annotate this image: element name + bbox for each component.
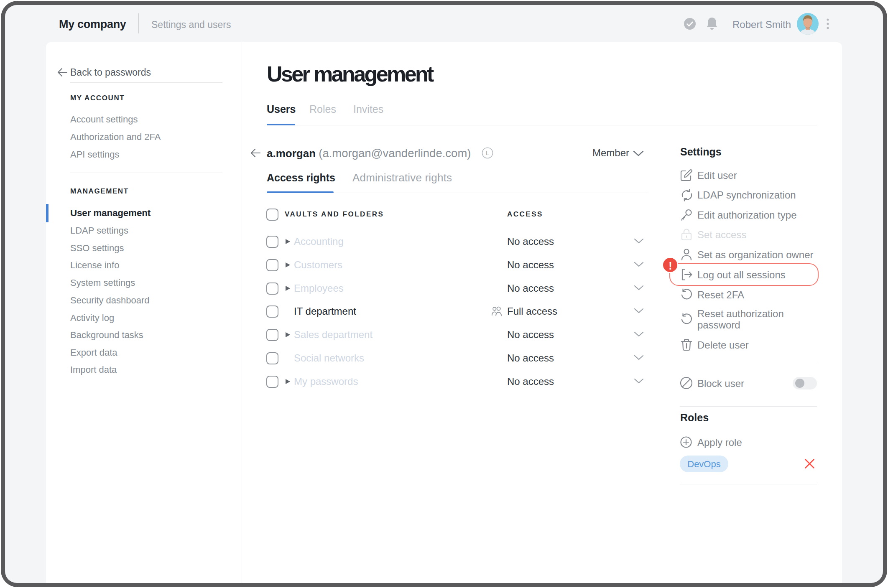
svg-text:L: L (486, 150, 489, 156)
